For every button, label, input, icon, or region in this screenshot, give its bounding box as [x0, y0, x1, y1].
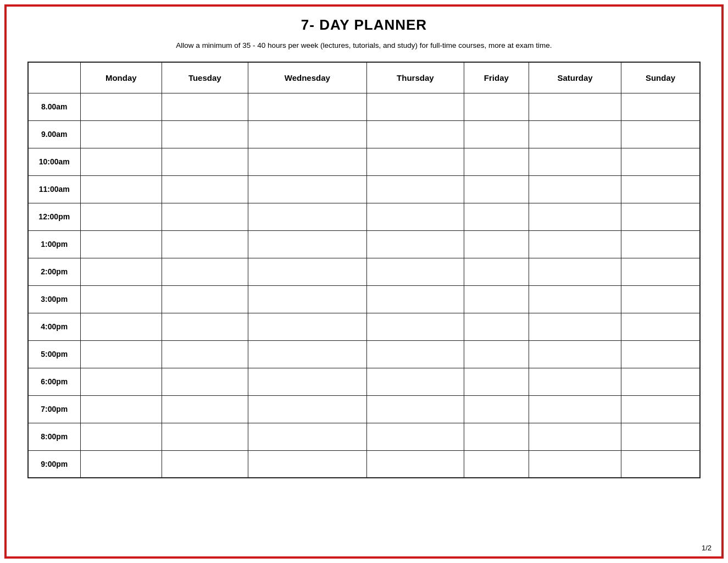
schedule-cell[interactable] [162, 148, 248, 175]
schedule-cell[interactable] [367, 148, 464, 175]
schedule-cell[interactable] [80, 203, 162, 230]
schedule-cell[interactable] [367, 230, 464, 258]
schedule-cell[interactable] [248, 203, 367, 230]
schedule-cell[interactable] [464, 423, 529, 450]
schedule-cell[interactable] [529, 120, 621, 148]
schedule-cell[interactable] [464, 148, 529, 175]
schedule-cell[interactable] [621, 93, 700, 120]
schedule-cell[interactable] [464, 175, 529, 203]
schedule-cell[interactable] [162, 258, 248, 285]
schedule-cell[interactable] [248, 175, 367, 203]
schedule-cell[interactable] [529, 175, 621, 203]
schedule-cell[interactable] [621, 423, 700, 450]
schedule-cell[interactable] [464, 395, 529, 423]
schedule-cell[interactable] [248, 148, 367, 175]
schedule-cell[interactable] [367, 285, 464, 313]
schedule-cell[interactable] [529, 340, 621, 368]
schedule-cell[interactable] [464, 258, 529, 285]
schedule-cell[interactable] [464, 450, 529, 478]
schedule-cell[interactable] [80, 340, 162, 368]
schedule-cell[interactable] [464, 230, 529, 258]
schedule-cell[interactable] [162, 203, 248, 230]
schedule-cell[interactable] [529, 423, 621, 450]
schedule-cell[interactable] [162, 423, 248, 450]
schedule-cell[interactable] [621, 340, 700, 368]
schedule-cell[interactable] [529, 285, 621, 313]
schedule-cell[interactable] [621, 175, 700, 203]
schedule-cell[interactable] [367, 258, 464, 285]
schedule-cell[interactable] [367, 120, 464, 148]
schedule-cell[interactable] [464, 203, 529, 230]
schedule-cell[interactable] [162, 93, 248, 120]
schedule-cell[interactable] [529, 313, 621, 340]
schedule-cell[interactable] [162, 340, 248, 368]
schedule-cell[interactable] [162, 368, 248, 395]
schedule-cell[interactable] [367, 450, 464, 478]
schedule-cell[interactable] [464, 340, 529, 368]
schedule-cell[interactable] [621, 450, 700, 478]
schedule-cell[interactable] [162, 450, 248, 478]
schedule-cell[interactable] [367, 203, 464, 230]
schedule-cell[interactable] [80, 120, 162, 148]
schedule-cell[interactable] [367, 423, 464, 450]
schedule-cell[interactable] [621, 395, 700, 423]
schedule-cell[interactable] [529, 395, 621, 423]
schedule-cell[interactable] [621, 368, 700, 395]
schedule-cell[interactable] [248, 120, 367, 148]
schedule-cell[interactable] [162, 230, 248, 258]
schedule-cell[interactable] [80, 368, 162, 395]
schedule-cell[interactable] [248, 395, 367, 423]
schedule-cell[interactable] [621, 258, 700, 285]
schedule-cell[interactable] [367, 340, 464, 368]
schedule-cell[interactable] [248, 285, 367, 313]
schedule-cell[interactable] [529, 230, 621, 258]
schedule-cell[interactable] [248, 230, 367, 258]
table-row: 3:00pm [28, 285, 700, 313]
schedule-cell[interactable] [80, 395, 162, 423]
schedule-cell[interactable] [621, 285, 700, 313]
schedule-cell[interactable] [162, 120, 248, 148]
schedule-cell[interactable] [621, 230, 700, 258]
schedule-cell[interactable] [464, 120, 529, 148]
schedule-cell[interactable] [464, 313, 529, 340]
schedule-cell[interactable] [80, 175, 162, 203]
schedule-cell[interactable] [621, 120, 700, 148]
schedule-cell[interactable] [248, 93, 367, 120]
schedule-cell[interactable] [529, 148, 621, 175]
schedule-cell[interactable] [529, 368, 621, 395]
schedule-cell[interactable] [80, 230, 162, 258]
schedule-cell[interactable] [80, 93, 162, 120]
schedule-cell[interactable] [464, 368, 529, 395]
schedule-cell[interactable] [529, 93, 621, 120]
schedule-cell[interactable] [367, 93, 464, 120]
schedule-cell[interactable] [464, 285, 529, 313]
schedule-cell[interactable] [248, 340, 367, 368]
schedule-cell[interactable] [248, 450, 367, 478]
schedule-cell[interactable] [621, 148, 700, 175]
schedule-cell[interactable] [621, 203, 700, 230]
schedule-cell[interactable] [80, 148, 162, 175]
schedule-cell[interactable] [367, 313, 464, 340]
schedule-cell[interactable] [162, 395, 248, 423]
schedule-cell[interactable] [80, 258, 162, 285]
schedule-cell[interactable] [621, 313, 700, 340]
schedule-cell[interactable] [248, 423, 367, 450]
schedule-cell[interactable] [80, 313, 162, 340]
schedule-cell[interactable] [529, 203, 621, 230]
schedule-cell[interactable] [80, 285, 162, 313]
schedule-cell[interactable] [248, 313, 367, 340]
schedule-cell[interactable] [80, 450, 162, 478]
schedule-cell[interactable] [248, 258, 367, 285]
schedule-cell[interactable] [529, 450, 621, 478]
schedule-cell[interactable] [162, 175, 248, 203]
schedule-cell[interactable] [248, 368, 367, 395]
schedule-cell[interactable] [80, 423, 162, 450]
table-row: 5:00pm [28, 340, 700, 368]
schedule-cell[interactable] [162, 313, 248, 340]
schedule-cell[interactable] [367, 395, 464, 423]
schedule-cell[interactable] [367, 368, 464, 395]
schedule-cell[interactable] [464, 93, 529, 120]
schedule-cell[interactable] [162, 285, 248, 313]
schedule-cell[interactable] [367, 175, 464, 203]
schedule-cell[interactable] [529, 258, 621, 285]
